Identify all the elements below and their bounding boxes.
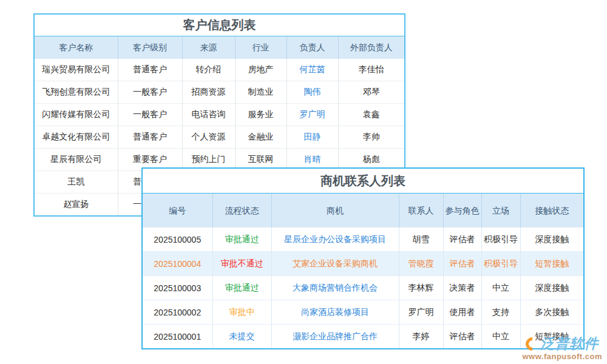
cell-link[interactable]: 田静: [287, 126, 338, 149]
column-header: 客户名称: [35, 36, 118, 59]
customer-table-title: 客户信息列表: [35, 15, 404, 36]
table-cell: 卓越文化有限公司: [35, 126, 118, 149]
table-cell: 转介绍: [182, 59, 235, 81]
fanpu-url-text: www.fanpusoft.com: [522, 352, 602, 360]
fanpu-logo-icon: [523, 334, 542, 353]
column-header: 行业: [235, 36, 287, 59]
table-row: 卓越文化有限公司普通客户个人资源金融业田静李帅: [35, 126, 404, 149]
table-cell: 2025100002: [143, 300, 212, 325]
table-cell: 2025100005: [143, 228, 212, 252]
table-cell: 未提交: [212, 325, 271, 349]
table-cell: 瑞兴贸易有限公司: [35, 59, 118, 81]
table-cell: 星辰有限公司: [35, 149, 118, 171]
table-cell: 制造业: [235, 81, 287, 104]
opportunity-table-title: 商机联系人列表: [143, 169, 583, 194]
table-cell: 多次接触: [520, 300, 583, 325]
fanpusoft-watermark: 泛普软件 www.fanpusoft.com: [522, 337, 602, 360]
table-cell: 闪耀传媒有限公司: [35, 104, 118, 126]
table-cell: 李帅: [338, 126, 404, 149]
table-cell: 袁鑫: [338, 104, 404, 126]
table-cell: 一般客户: [118, 81, 182, 104]
table-cell: 管晓霞: [399, 252, 443, 276]
table-cell: 赵宣扬: [35, 194, 118, 216]
column-header: 接触状态: [520, 194, 583, 228]
table-cell: 李林辉: [399, 276, 443, 300]
table-cell: 胡雪: [399, 228, 443, 252]
header-row: 编号流程状态商机联系人参与角色立场接触状态: [143, 194, 583, 228]
cell-link[interactable]: 大象商场营销合作机会: [271, 276, 399, 300]
table-cell: 李佳怡: [338, 59, 404, 81]
table-cell: 积极引导: [481, 252, 520, 276]
table-cell: 审批通过: [212, 276, 271, 300]
table-cell: 评估者: [443, 228, 481, 252]
opportunity-contacts-table-card: 商机联系人列表 编号流程状态商机联系人参与角色立场接触状态 2025100005…: [141, 167, 585, 349]
table-cell: 招商资源: [182, 81, 235, 104]
cell-link[interactable]: 星辰企业办公设备采购项目: [271, 228, 399, 252]
table-cell: 罗广明: [399, 300, 443, 325]
opportunity-table-body: 2025100005审批通过星辰企业办公设备采购项目胡雪评估者积极引导深度接触2…: [143, 228, 583, 348]
table-cell: 李婷: [399, 325, 443, 349]
cell-link[interactable]: 陶伟: [287, 81, 338, 104]
table-cell: 支持: [481, 300, 520, 325]
table-cell: 评估者: [443, 325, 481, 349]
column-header: 编号: [143, 194, 212, 228]
table-cell: 中立: [481, 276, 520, 300]
fanpu-brand-text: 泛普软件: [540, 337, 599, 351]
header-row: 客户名称客户级别来源行业负责人外部负责人: [35, 36, 404, 59]
table-cell: 审批通过: [212, 228, 271, 252]
table-cell: 普通客户: [118, 126, 182, 149]
table-cell: 电话咨询: [182, 104, 235, 126]
table-cell: 一般客户: [118, 104, 182, 126]
table-cell: 个人资源: [182, 126, 235, 149]
table-cell: 普通客户: [118, 59, 182, 81]
table-cell: 深度接触: [520, 228, 583, 252]
cell-link[interactable]: 罗广明: [287, 104, 338, 126]
column-header: 参与角色: [443, 194, 481, 228]
table-row: 2025100002审批中尚家酒店装修项目罗广明使用者支持多次接触: [143, 300, 583, 325]
table-cell: 金融业: [235, 126, 287, 149]
table-cell: 2025100001: [143, 325, 212, 349]
column-header: 来源: [182, 36, 235, 59]
table-cell: 2025100003: [143, 276, 212, 300]
column-header: 流程状态: [212, 194, 271, 228]
cell-link[interactable]: 艾家企业设备采购商机: [271, 252, 399, 276]
screen: 客户信息列表 客户名称客户级别来源行业负责人外部负责人 瑞兴贸易有限公司普通客户…: [0, 0, 607, 364]
table-cell: 审批中: [212, 300, 271, 325]
table-row: 2025100004审批不通过艾家企业设备采购商机管晓霞评估者积极引导短暂接触: [143, 252, 583, 276]
table-cell: 短暂接触: [520, 252, 583, 276]
table-row: 2025100001未提交灏影企业品牌推广合作李婷评估者中立短暂接触: [143, 325, 583, 349]
table-row: 飞翔创意有限公司一般客户招商资源制造业陶伟邓琴: [35, 81, 404, 104]
column-header: 外部负责人: [338, 36, 404, 59]
table-cell: 邓琴: [338, 81, 404, 104]
table-cell: 积极引导: [481, 228, 520, 252]
table-cell: 使用者: [443, 300, 481, 325]
column-header: 商机: [271, 194, 399, 228]
table-row: 2025100005审批通过星辰企业办公设备采购项目胡雪评估者积极引导深度接触: [143, 228, 583, 252]
column-header: 负责人: [287, 36, 338, 59]
opportunity-table-header: 编号流程状态商机联系人参与角色立场接触状态: [143, 194, 583, 228]
customer-table-header: 客户名称客户级别来源行业负责人外部负责人: [35, 36, 404, 59]
cell-link[interactable]: 何芷茵: [287, 59, 338, 81]
table-cell: 决策者: [443, 276, 481, 300]
table-cell: 深度接触: [520, 276, 583, 300]
table-row: 2025100003审批通过大象商场营销合作机会李林辉决策者中立深度接触: [143, 276, 583, 300]
table-row: 闪耀传媒有限公司一般客户电话咨询服务业罗广明袁鑫: [35, 104, 404, 126]
table-cell: 中立: [481, 325, 520, 349]
column-header: 客户级别: [118, 36, 182, 59]
column-header: 联系人: [399, 194, 443, 228]
cell-link[interactable]: 尚家酒店装修项目: [271, 300, 399, 325]
table-cell: 服务业: [235, 104, 287, 126]
table-cell: 飞翔创意有限公司: [35, 81, 118, 104]
opportunity-contacts-table: 编号流程状态商机联系人参与角色立场接触状态 2025100005审批通过星辰企业…: [143, 194, 583, 348]
column-header: 立场: [481, 194, 520, 228]
cell-link[interactable]: 灏影企业品牌推广合作: [271, 325, 399, 349]
table-cell: 2025100004: [143, 252, 212, 276]
table-row: 瑞兴贸易有限公司普通客户转介绍房地产何芷茵李佳怡: [35, 59, 404, 81]
table-cell: 审批不通过: [212, 252, 271, 276]
table-cell: 评估者: [443, 252, 481, 276]
table-cell: 王凯: [35, 171, 118, 194]
table-cell: 房地产: [235, 59, 287, 81]
